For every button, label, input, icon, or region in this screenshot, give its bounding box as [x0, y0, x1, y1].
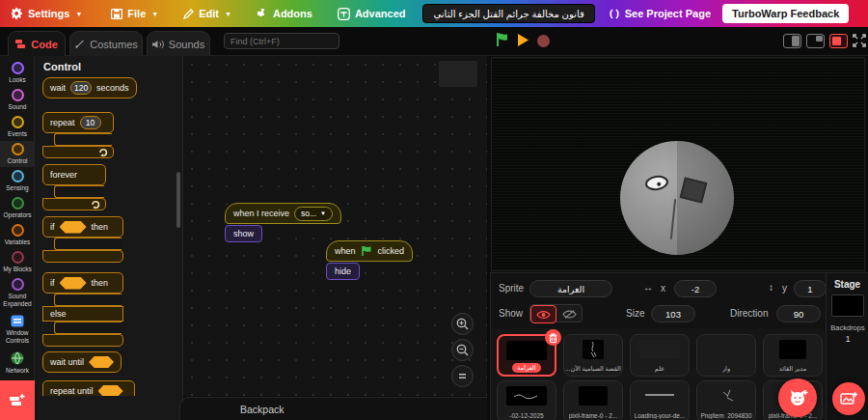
broadcast-dropdown[interactable]: so... ▼: [294, 207, 333, 221]
sprite-tile[interactable]: PngItem_2094830: [696, 380, 756, 420]
edit-menu[interactable]: Edit ▼: [183, 8, 231, 19]
category-label: Sensing: [6, 184, 29, 192]
boolean-input-slot[interactable]: [98, 385, 123, 396]
category-label: Sound: [9, 103, 27, 111]
sprite-name: مدير القائد: [779, 365, 806, 373]
show-label: Show: [499, 308, 523, 319]
category-events[interactable]: Events: [0, 114, 35, 140]
project-title[interactable]: قانون مخالفة جرائم القتل الجزء الثاني: [422, 4, 594, 23]
category-window-controls[interactable]: Window Controls: [0, 313, 35, 348]
see-project-page-link[interactable]: See Project Page: [609, 8, 711, 19]
file-menu[interactable]: File ▼: [111, 8, 158, 19]
trash-icon: [549, 333, 557, 343]
backdrops-count: 1: [827, 334, 868, 344]
normal-stage-button[interactable]: [806, 34, 825, 48]
y-input[interactable]: 1: [794, 280, 827, 297]
normal-stage-icon: [816, 36, 823, 42]
add-sprite-button[interactable]: [778, 378, 817, 417]
feedback-button[interactable]: TurboWarp Feedback: [722, 4, 849, 23]
script-when-flag-clicked[interactable]: when clicked hide: [326, 240, 413, 280]
size-input[interactable]: 103: [651, 305, 695, 322]
block-wait-until[interactable]: wait until: [42, 351, 122, 373]
palette-scroll-area[interactable]: Control wait 120 seconds repeat 10: [35, 56, 183, 396]
tab-code[interactable]: Code: [8, 31, 66, 56]
show-sprite-button[interactable]: [530, 305, 556, 323]
sprite-tile[interactable]: علم: [630, 334, 690, 377]
tab-costumes[interactable]: Costumes: [69, 31, 143, 56]
delete-sprite-button[interactable]: [545, 329, 561, 346]
backpack-bar[interactable]: Backpack: [179, 397, 487, 420]
sprite-thumbnail: [583, 340, 604, 359]
full-stage-button[interactable]: [829, 34, 848, 48]
backdrop-thumbnail[interactable]: [831, 294, 864, 317]
block-text: then: [92, 278, 109, 288]
code-canvas[interactable]: when I receive so... ▼ show when clicked…: [183, 56, 487, 396]
category-sound-expanded[interactable]: Sound Expanded: [0, 276, 35, 311]
sprite-tile[interactable]: مدير القائد: [763, 334, 823, 377]
block-show[interactable]: show: [225, 225, 262, 242]
zoom-reset-button[interactable]: [451, 365, 474, 387]
boolean-input-slot[interactable]: [89, 356, 114, 368]
tab-sounds[interactable]: Sounds: [147, 31, 210, 56]
category-my-blocks[interactable]: My Blocks: [0, 249, 35, 275]
sprite-tile[interactable]: وار: [696, 334, 756, 377]
sprite-tile[interactable]: ...يل القصة الصبامية الآن: [563, 334, 623, 377]
chevron-down-icon: ▼: [225, 11, 231, 17]
see-project-icon: [609, 9, 620, 19]
tiny-text-line: [645, 394, 674, 396]
block-text: if: [50, 222, 55, 232]
sprite-tile[interactable]: -02-12-2025: [497, 380, 556, 420]
direction-input[interactable]: 90: [776, 305, 821, 322]
pause-play-button[interactable]: [517, 33, 529, 50]
events-category-icon: [12, 116, 24, 128]
category-sensing[interactable]: Sensing: [0, 168, 35, 194]
fullscreen-button[interactable]: [853, 34, 866, 51]
zoom-in-button[interactable]: [451, 313, 474, 335]
category-label: Events: [8, 130, 27, 138]
addons-menu[interactable]: Addons: [257, 8, 312, 19]
block-repeat[interactable]: repeat 10: [42, 112, 114, 158]
category-operators[interactable]: Operators: [0, 195, 35, 221]
stage[interactable]: [491, 57, 865, 271]
category-control[interactable]: Control: [0, 141, 35, 167]
stage-selector-panel[interactable]: Stage Backdrops 1: [826, 272, 868, 420]
moon-sprite[interactable]: [620, 141, 734, 255]
add-backdrop-button[interactable]: [832, 382, 865, 415]
small-stage-button[interactable]: [783, 34, 801, 48]
tab-code-label: Code: [31, 39, 58, 50]
block-forever[interactable]: forever: [42, 164, 106, 210]
boolean-input-slot[interactable]: [60, 277, 87, 290]
hide-sprite-button[interactable]: [556, 305, 583, 323]
speaker-icon: [152, 40, 164, 49]
category-variables[interactable]: Variables: [0, 222, 35, 248]
stop-button[interactable]: [537, 35, 550, 47]
category-sound[interactable]: Sound: [0, 87, 35, 113]
script-when-i-receive[interactable]: when I receive so... ▼ show: [225, 203, 341, 242]
palette-scrollbar[interactable]: [176, 172, 180, 228]
network-category-icon: [11, 351, 24, 365]
settings-menu[interactable]: Settings ▼: [12, 8, 82, 19]
x-input[interactable]: -2: [674, 280, 717, 297]
category-network[interactable]: Network: [0, 350, 35, 377]
block-repeat-until[interactable]: repeat until: [42, 380, 135, 396]
sprite-tile[interactable]: Loading-your-de...: [630, 380, 690, 420]
block-number-input[interactable]: 120: [70, 81, 92, 95]
zoom-out-button[interactable]: [451, 339, 474, 361]
find-input[interactable]: [224, 33, 339, 49]
sprite-tile[interactable]: pixil-frame-0 - 2...: [563, 380, 623, 420]
sprite-name-input[interactable]: الغرامة: [529, 280, 612, 297]
sprite-tile-selected[interactable]: الغرامة: [497, 334, 556, 377]
sprite-thumbnail: [639, 386, 680, 406]
boolean-input-slot[interactable]: [60, 221, 87, 234]
advanced-menu[interactable]: Advanced: [338, 8, 406, 20]
moon-pupil: [657, 182, 662, 186]
add-extension-button[interactable]: [0, 380, 35, 420]
category-looks[interactable]: Looks: [0, 60, 35, 86]
block-hide[interactable]: hide: [326, 263, 360, 280]
block-number-input[interactable]: 10: [80, 116, 101, 129]
green-flag-button[interactable]: [495, 32, 510, 51]
block-if-then[interactable]: if then: [42, 216, 123, 263]
block-if-then-else[interactable]: if then else: [42, 272, 123, 347]
sketch-figure: [583, 340, 604, 359]
block-wait-seconds[interactable]: wait 120 seconds: [42, 77, 137, 98]
